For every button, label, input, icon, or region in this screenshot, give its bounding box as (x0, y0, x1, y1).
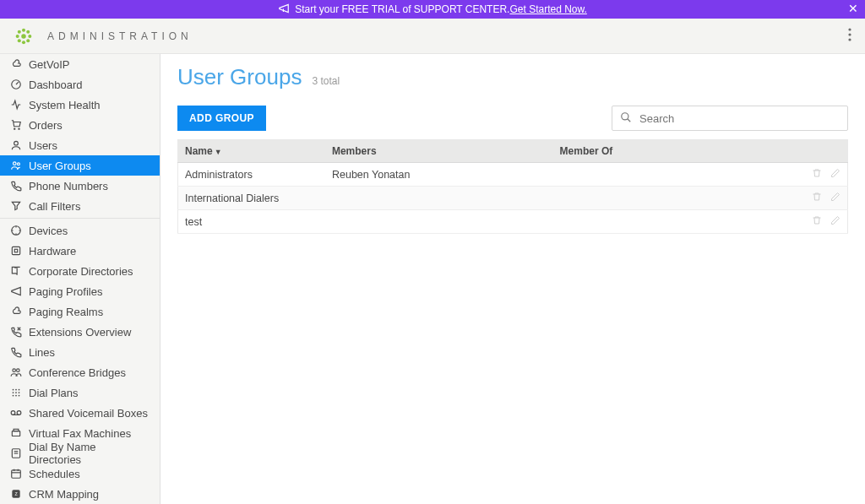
delete-icon[interactable] (812, 169, 822, 181)
cloud-bolt-icon (8, 58, 24, 70)
cloud-icon (8, 306, 24, 317)
sidebar-item-getvoip[interactable]: GetVoIP (0, 54, 160, 74)
svg-point-28 (13, 395, 14, 397)
svg-point-16 (14, 162, 17, 165)
sidebar-item-dial-plans[interactable]: Dial Plans (0, 382, 160, 403)
sidebar-item-call-filters[interactable]: Call Filters (0, 196, 160, 216)
sidebar-item-conference-bridges[interactable]: Conference Bridges (0, 362, 160, 382)
cell-actions (767, 210, 847, 234)
sidebar-nav[interactable]: GetVoIPDashboardSystem HealthOrdersUsers… (0, 54, 160, 504)
col-header-members[interactable]: Members (325, 140, 553, 163)
main-content: User Groups 3 total ADD GROUP Name▼ Memb… (160, 54, 865, 504)
sidebar-item-paging-realms[interactable]: Paging Realms (0, 301, 160, 322)
sidebar-item-label: Paging Realms (29, 306, 103, 318)
cell-members (325, 187, 553, 210)
sidebar-item-label: Dial Plans (29, 387, 79, 399)
sidebar-item-label: Call Filters (29, 200, 80, 213)
delete-icon[interactable] (812, 192, 822, 204)
svg-rect-34 (12, 431, 19, 436)
svg-point-25 (13, 392, 14, 393)
col-header-name[interactable]: Name▼ (178, 140, 325, 163)
svg-point-9 (848, 28, 851, 30)
svg-point-31 (11, 411, 15, 415)
sidebar-item-shared-voicemail-boxes[interactable]: Shared Voicemail Boxes (0, 403, 160, 423)
sidebar-item-users[interactable]: Users (0, 135, 160, 155)
app-logo-icon (14, 26, 34, 46)
edit-icon[interactable] (830, 169, 841, 181)
sidebar-item-extensions-overview[interactable]: Extensions Overview (0, 322, 160, 342)
svg-point-47 (622, 113, 628, 120)
sidebar-item-devices[interactable]: Devices (0, 220, 160, 241)
calendar-icon (8, 468, 24, 480)
voicemail-icon (8, 407, 24, 419)
edit-icon[interactable] (830, 192, 841, 204)
sidebar-item-corporate-directories[interactable]: Corporate Directories (0, 261, 160, 281)
svg-point-14 (19, 128, 19, 129)
svg-point-29 (15, 395, 17, 397)
more-menu-icon[interactable] (848, 28, 851, 45)
sidebar-divider (0, 218, 160, 219)
gauge-icon (8, 79, 24, 90)
table-row[interactable]: AdministratorsReuben Yonatan (178, 163, 848, 187)
svg-point-23 (15, 389, 17, 391)
phone-icon (8, 346, 24, 358)
sidebar-item-label: CRM Mapping (29, 488, 99, 501)
table-row[interactable]: International Dialers (178, 187, 848, 210)
svg-point-22 (13, 389, 14, 391)
sidebar-item-label: Users (29, 139, 57, 152)
svg-point-30 (19, 395, 20, 397)
banner-text: Start your FREE TRIAL of SUPPORT CENTER. (295, 3, 509, 15)
sidebar-item-label: Lines (29, 346, 55, 359)
app-header: ADMINISTRATION (0, 19, 865, 54)
svg-rect-39 (12, 470, 21, 478)
sidebar-item-dashboard[interactable]: Dashboard (0, 74, 160, 95)
table-row[interactable]: test (178, 210, 848, 234)
sidebar-item-orders[interactable]: Orders (0, 115, 160, 135)
banner-link[interactable]: Get Started Now. (509, 3, 586, 15)
edit-icon[interactable] (830, 216, 841, 228)
sidebar-item-hardware[interactable]: Hardware (0, 241, 160, 261)
close-icon[interactable]: ✕ (848, 2, 858, 15)
svg-point-15 (14, 141, 19, 145)
book-icon (8, 265, 24, 277)
svg-rect-35 (14, 429, 19, 431)
svg-point-2 (22, 41, 25, 44)
sidebar-item-label: Extensions Overview (29, 326, 131, 339)
megaphone-icon (278, 3, 290, 17)
sidebar-item-system-health[interactable]: System Health (0, 95, 160, 115)
sidebar-item-paging-profiles[interactable]: Paging Profiles (0, 281, 160, 301)
page-count-label: 3 total (312, 75, 340, 87)
svg-point-13 (14, 128, 15, 129)
dialpad-icon (8, 387, 24, 398)
directory-icon (8, 447, 24, 459)
search-icon (620, 111, 632, 127)
sidebar-item-crm-mapping[interactable]: ZCRM Mapping (0, 484, 160, 504)
sidebar-item-lines[interactable]: Lines (0, 342, 160, 362)
sidebar-item-label: Orders (29, 119, 63, 132)
delete-icon[interactable] (812, 216, 822, 228)
crm-icon: Z (8, 488, 24, 500)
sidebar-item-label: System Health (29, 99, 101, 111)
svg-point-21 (17, 369, 19, 372)
cell-members (325, 210, 553, 234)
svg-point-26 (15, 392, 17, 393)
sidebar-item-user-groups[interactable]: User Groups (0, 155, 160, 176)
pulse-icon (8, 99, 24, 111)
add-group-button[interactable]: ADD GROUP (177, 106, 266, 131)
search-input[interactable] (612, 106, 848, 131)
sidebar-item-label: Corporate Directories (29, 265, 133, 278)
sidebar-item-label: Devices (29, 225, 68, 237)
svg-rect-19 (14, 249, 18, 252)
sidebar-item-phone-numbers[interactable]: Phone Numbers (0, 176, 160, 196)
fax-icon (8, 427, 24, 439)
phone-icon (8, 180, 24, 192)
sidebar-item-label: GetVoIP (29, 58, 69, 71)
sidebar-item-label: Schedules (29, 468, 80, 480)
svg-point-8 (26, 39, 30, 42)
groups-table: Name▼ Members Member Of AdministratorsRe… (177, 139, 848, 234)
sidebar-item-schedules[interactable]: Schedules (0, 463, 160, 484)
svg-point-5 (18, 30, 21, 33)
cell-memberof (553, 210, 768, 234)
col-header-memberof[interactable]: Member Of (553, 140, 768, 163)
sidebar-item-dial-by-name-directories[interactable]: Dial By Name Directories (0, 443, 160, 463)
